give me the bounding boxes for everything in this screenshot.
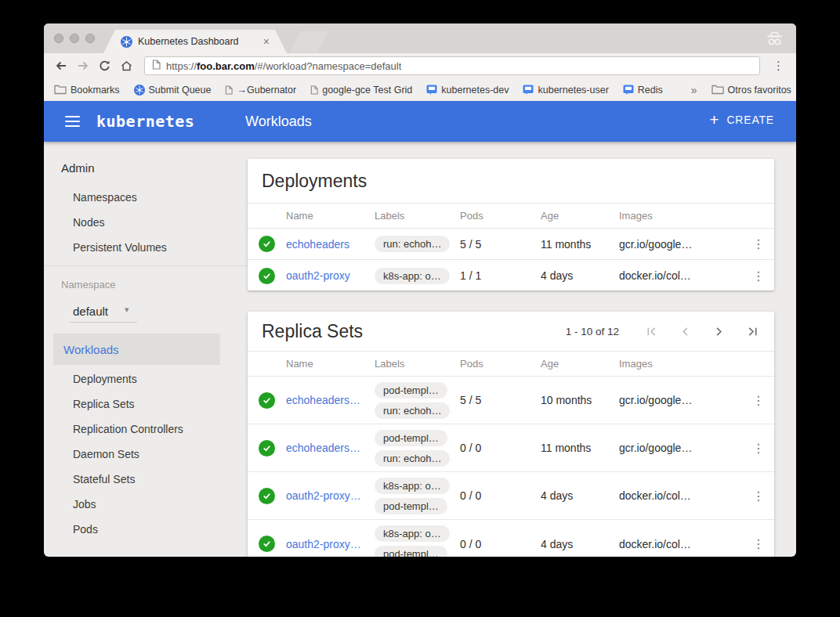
kubernetes-favicon-icon bbox=[121, 36, 132, 48]
resource-name-link[interactable]: echoheaders… bbox=[286, 394, 375, 406]
namespace-select[interactable]: default bbox=[73, 305, 108, 318]
sidebar-item-persistent-volumes[interactable]: Persistent Volumes bbox=[73, 241, 167, 254]
bookmarks-overflow-button[interactable]: » bbox=[691, 84, 697, 96]
reload-button[interactable] bbox=[97, 59, 112, 74]
deployments-card: Deployments Name Labels Pods Age Images … bbox=[248, 159, 774, 290]
status-ok-icon bbox=[259, 488, 275, 504]
last-page-icon[interactable] bbox=[746, 325, 759, 337]
row-menu-icon[interactable]: ⋮ bbox=[743, 441, 774, 456]
label-chip: run: echoh… bbox=[375, 450, 450, 467]
tab-strip: Kubernetes Dashboard × bbox=[44, 23, 796, 53]
sidebar-item-stateful-sets[interactable]: Stateful Sets bbox=[73, 473, 183, 485]
url-text: https://foo.bar.com/#/workload?namespace… bbox=[166, 60, 401, 72]
main-panel: Deployments Name Labels Pods Age Images … bbox=[248, 142, 796, 557]
sidebar-item-pods[interactable]: Pods bbox=[73, 523, 183, 536]
hamburger-menu-icon[interactable] bbox=[65, 116, 80, 127]
table-row: echoheaders… pod-templ… run: echoh… 0 / … bbox=[248, 424, 774, 472]
sidebar-admin-list: Namespaces Nodes Persistent Volumes bbox=[73, 191, 167, 254]
sidebar-item-namespaces[interactable]: Namespaces bbox=[73, 191, 167, 204]
desktop-background: Kubernetes Dashboard × bbox=[0, 0, 840, 617]
browser-tab[interactable]: Kubernetes Dashboard × bbox=[103, 30, 287, 53]
next-page-icon[interactable] bbox=[712, 325, 725, 337]
window-minimize-button[interactable] bbox=[70, 34, 79, 43]
row-menu-icon[interactable]: ⋮ bbox=[743, 236, 774, 251]
row-menu-icon[interactable]: ⋮ bbox=[743, 536, 774, 551]
images-cell: gcr.io/google… bbox=[619, 238, 743, 251]
browser-window: Kubernetes Dashboard × bbox=[44, 23, 796, 557]
col-images: Images bbox=[619, 210, 743, 222]
row-menu-icon[interactable]: ⋮ bbox=[743, 269, 774, 283]
age-cell: 4 days bbox=[541, 538, 619, 550]
pods-cell: 5 / 5 bbox=[460, 238, 541, 251]
kubernetes-icon bbox=[134, 85, 145, 96]
resource-name-link[interactable]: oauth2-proxy… bbox=[286, 538, 375, 550]
col-labels: Labels bbox=[375, 210, 460, 222]
sidebar-heading-admin[interactable]: Admin bbox=[61, 161, 95, 175]
age-cell: 4 days bbox=[541, 269, 619, 282]
browser-menu-button[interactable]: ⋮ bbox=[770, 59, 787, 73]
table-row: oauth2-proxy k8s-app: o… 1 / 1 4 days do… bbox=[248, 260, 774, 291]
age-cell: 10 months bbox=[541, 394, 619, 406]
pods-cell: 5 / 5 bbox=[460, 394, 541, 406]
sidebar-item-replication-controllers[interactable]: Replication Controllers bbox=[73, 423, 183, 435]
resource-name-link[interactable]: oauth2-proxy bbox=[286, 269, 375, 282]
bookmark-kubernetes-user[interactable]: kubernetes-user bbox=[523, 85, 608, 96]
sidebar-item-deployments[interactable]: Deployments bbox=[73, 373, 183, 385]
previous-page-icon[interactable] bbox=[679, 325, 691, 337]
status-ok-icon bbox=[259, 440, 275, 456]
tab-close-icon[interactable]: × bbox=[263, 36, 270, 47]
resource-name-link[interactable]: echoheaders… bbox=[286, 442, 375, 454]
col-name: Name bbox=[286, 358, 375, 370]
table-row: oauth2-proxy… k8s-app: o… pod-templ… 0 /… bbox=[248, 520, 774, 557]
new-tab-button[interactable] bbox=[290, 31, 328, 52]
bookmark-kubernetes-dev[interactable]: kubernetes-dev bbox=[426, 85, 509, 96]
window-controls bbox=[54, 34, 95, 43]
chevron-down-icon[interactable]: ▾ bbox=[125, 305, 129, 315]
images-cell: gcr.io/google… bbox=[619, 394, 743, 406]
label-chip: pod-templ… bbox=[375, 382, 447, 399]
sidebar-item-daemon-sets[interactable]: Daemon Sets bbox=[73, 448, 183, 460]
group-chat-icon bbox=[523, 85, 534, 95]
replica-sets-card-header: Replica Sets 1 - 10 of 12 bbox=[248, 312, 774, 351]
bookmark-folder-bookmarks[interactable]: Bookmarks bbox=[54, 85, 120, 96]
bookmark-redis[interactable]: Redis bbox=[623, 85, 663, 96]
sidebar-divider bbox=[44, 265, 248, 266]
label-chip: run: echoh… bbox=[375, 402, 450, 419]
pagination-range: 1 - 10 of 12 bbox=[566, 326, 619, 337]
status-ok-icon bbox=[259, 236, 275, 252]
sidebar-item-workloads[interactable]: Workloads bbox=[53, 334, 220, 365]
pods-cell: 1 / 1 bbox=[460, 269, 541, 282]
sidebar-item-nodes[interactable]: Nodes bbox=[73, 216, 167, 229]
window-zoom-button[interactable] bbox=[85, 34, 95, 43]
incognito-icon bbox=[766, 31, 784, 49]
home-button[interactable] bbox=[119, 59, 134, 74]
url-path: /#/workload?namespace=default bbox=[255, 60, 402, 72]
back-button[interactable] bbox=[53, 59, 68, 74]
plus-icon: + bbox=[709, 111, 719, 128]
row-menu-icon[interactable]: ⋮ bbox=[743, 393, 774, 408]
sidebar-item-replica-sets[interactable]: Replica Sets bbox=[73, 398, 183, 410]
bookmark-submit-queue[interactable]: Submit Queue bbox=[134, 85, 212, 96]
deployments-table-header: Name Labels Pods Age Images bbox=[248, 203, 774, 229]
first-page-icon[interactable] bbox=[645, 325, 657, 337]
col-name: Name bbox=[286, 210, 375, 222]
create-button[interactable]: + CREATE bbox=[709, 111, 774, 128]
resource-name-link[interactable]: echoheaders bbox=[286, 238, 375, 251]
url-bar[interactable]: https://foo.bar.com/#/workload?namespace… bbox=[144, 56, 760, 75]
resource-name-link[interactable]: oauth2-proxy… bbox=[286, 489, 375, 502]
sidebar-item-jobs[interactable]: Jobs bbox=[73, 498, 183, 511]
bookmark-google-gce-test-grid[interactable]: google-gce Test Grid bbox=[310, 85, 412, 96]
bookmark-folder-otros-favoritos[interactable]: Otros favoritos bbox=[711, 85, 791, 96]
row-menu-icon[interactable]: ⋮ bbox=[743, 489, 774, 503]
pods-cell: 0 / 0 bbox=[460, 442, 541, 454]
col-pods: Pods bbox=[460, 210, 541, 222]
window-close-button[interactable] bbox=[54, 34, 63, 43]
col-age: Age bbox=[541, 210, 619, 222]
label-chip: pod-templ… bbox=[375, 498, 447, 514]
status-ok-icon bbox=[259, 268, 275, 284]
table-row: oauth2-proxy… k8s-app: o… pod-templ… 0 /… bbox=[248, 472, 774, 520]
browser-toolbar: https://foo.bar.com/#/workload?namespace… bbox=[44, 53, 796, 78]
forward-button[interactable] bbox=[75, 59, 90, 74]
table-row: echoheaders… pod-templ… run: echoh… 5 / … bbox=[248, 377, 774, 424]
bookmark-gubernator[interactable]: →Gubernator bbox=[225, 85, 296, 96]
